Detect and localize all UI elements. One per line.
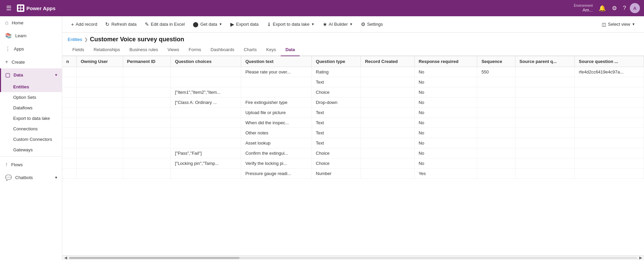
tab-dashboards[interactable]: Dashboards bbox=[206, 44, 239, 56]
sidebar-sub-item-label: Custom Connectors bbox=[13, 137, 52, 142]
tab-keys[interactable]: Keys bbox=[261, 44, 281, 56]
environment-value: Am... bbox=[582, 7, 593, 13]
col-question-text[interactable]: Question text bbox=[241, 56, 312, 67]
export-to-data-lake-button[interactable]: ⇓ Export to data lake ▼ bbox=[263, 19, 318, 29]
scroll-thumb[interactable] bbox=[69, 257, 239, 259]
chatbots-icon: 💬 bbox=[5, 174, 12, 181]
col-record-created[interactable]: Record Created bbox=[361, 56, 415, 67]
sidebar-item-flows[interactable]: ↑ Flows bbox=[0, 158, 62, 171]
horizontal-scrollbar[interactable]: ◀ ▶ bbox=[62, 255, 644, 260]
breadcrumb-current: Customer Voice survey question bbox=[90, 36, 184, 43]
table-row[interactable]: Please rate your over...RatingNo550rfe4d… bbox=[62, 67, 644, 77]
col-permanent-id[interactable]: Permanent ID bbox=[123, 56, 171, 67]
sidebar-item-data[interactable]: ▢ Data ▼ bbox=[0, 68, 62, 82]
export-data-button[interactable]: ▶ Export data bbox=[227, 19, 262, 29]
sidebar-sub-item-label: Gateways bbox=[13, 147, 33, 152]
table-cell bbox=[477, 118, 515, 128]
tab-views[interactable]: Views bbox=[163, 44, 184, 56]
tab-data[interactable]: Data bbox=[281, 44, 300, 56]
tab-charts[interactable]: Charts bbox=[239, 44, 261, 56]
tab-forms[interactable]: Forms bbox=[184, 44, 206, 56]
add-record-button[interactable]: + Add record bbox=[68, 19, 100, 29]
sidebar-item-apps[interactable]: ⋮ Apps bbox=[0, 42, 62, 56]
scroll-left-arrow[interactable]: ◀ bbox=[64, 256, 68, 260]
sidebar-item-gateways[interactable]: Gateways bbox=[0, 145, 62, 155]
table-row[interactable]: Upload file or pictureTextNo bbox=[62, 108, 644, 118]
col-source-question[interactable]: Source question ... bbox=[575, 56, 644, 67]
col-response-required[interactable]: Response required bbox=[414, 56, 477, 67]
sidebar-item-custom-connectors[interactable]: Custom Connectors bbox=[0, 134, 62, 145]
tab-business-rules[interactable]: Business rules bbox=[125, 44, 163, 56]
table-row[interactable]: ["Pass","Fail"]Confirm the extingui...Ch… bbox=[62, 148, 644, 158]
table-cell: rfe4d2cc6419e4c97a... bbox=[575, 67, 644, 77]
breadcrumb-parent-link[interactable]: Entities bbox=[68, 37, 82, 42]
table-cell bbox=[62, 169, 76, 179]
breadcrumb: Entities ❯ Customer Voice survey questio… bbox=[62, 32, 644, 44]
scroll-track[interactable] bbox=[69, 257, 637, 259]
edit-data-in-excel-button[interactable]: ✎ Edit data in Excel bbox=[141, 19, 188, 29]
sidebar-item-option-sets[interactable]: Option Sets bbox=[0, 92, 62, 103]
col-question-choices[interactable]: Question choices bbox=[171, 56, 241, 67]
sidebar-item-create[interactable]: + Create bbox=[0, 56, 62, 68]
table-row[interactable]: When did the inspec...TextNo bbox=[62, 118, 644, 128]
hamburger-icon[interactable]: ☰ bbox=[4, 3, 14, 13]
sidebar-sub-item-label: Export to data lake bbox=[13, 116, 50, 121]
table-cell: Choice bbox=[312, 148, 361, 158]
table-cell bbox=[171, 77, 241, 87]
table-cell bbox=[62, 148, 76, 158]
table-row[interactable]: ["Item1","Item2","Item...ChoiceNo bbox=[62, 87, 644, 98]
table-cell: Text bbox=[312, 108, 361, 118]
table-row[interactable]: Other notesTextNo bbox=[62, 128, 644, 138]
sidebar-item-dataflows[interactable]: Dataflows bbox=[0, 103, 62, 113]
tab-relationships[interactable]: Relationships bbox=[89, 44, 125, 56]
table-cell bbox=[62, 128, 76, 138]
table-cell bbox=[123, 108, 171, 118]
sidebar-item-connections[interactable]: Connections bbox=[0, 124, 62, 134]
sidebar-item-export-to-data-lake[interactable]: Export to data lake bbox=[0, 113, 62, 124]
settings-icon[interactable]: ⚙ bbox=[610, 3, 619, 14]
col-owning-user[interactable]: Owning User bbox=[76, 56, 123, 67]
table-row[interactable]: Asset lookupTextNo bbox=[62, 138, 644, 148]
col-sequence[interactable]: Sequence bbox=[477, 56, 515, 67]
table-cell bbox=[241, 77, 312, 87]
sidebar-item-entities[interactable]: Entities bbox=[0, 82, 62, 92]
table-cell: Text bbox=[312, 77, 361, 87]
create-icon: + bbox=[5, 59, 8, 65]
table-cell: Asset lookup bbox=[241, 138, 312, 148]
select-view-button[interactable]: ◫ Select view ▼ bbox=[598, 20, 639, 29]
sidebar-item-chatbots[interactable]: 💬 Chatbots ▼ bbox=[0, 171, 62, 184]
col-name[interactable]: n bbox=[62, 56, 76, 67]
avatar[interactable]: A bbox=[630, 3, 640, 13]
tab-fields[interactable]: Fields bbox=[68, 44, 89, 56]
scroll-right-arrow[interactable]: ▶ bbox=[639, 256, 643, 260]
table-header-row: n Owning User Permanent ID Question choi… bbox=[62, 56, 644, 67]
sidebar-item-learn[interactable]: 📚 Learn bbox=[0, 29, 62, 42]
table-cell bbox=[62, 87, 76, 98]
table-cell bbox=[171, 169, 241, 179]
table-cell: No bbox=[414, 138, 477, 148]
table-row[interactable]: Pressure gauge readi...NumberYes bbox=[62, 169, 644, 179]
chevron-down-icon: ▼ bbox=[54, 73, 58, 77]
sidebar-item-home[interactable]: ⌂ Home bbox=[0, 16, 62, 29]
table-cell bbox=[477, 138, 515, 148]
svg-rect-3 bbox=[21, 8, 23, 10]
table-row[interactable]: TextNo bbox=[62, 77, 644, 87]
get-data-button[interactable]: ⬤ Get data ▼ bbox=[189, 19, 226, 29]
table-row[interactable]: ["Class A: Ordinary ...Fire extinguisher… bbox=[62, 98, 644, 108]
col-question-type[interactable]: Question type bbox=[312, 56, 361, 67]
help-icon[interactable]: ? bbox=[621, 3, 628, 13]
table-cell: No bbox=[414, 67, 477, 77]
table-cell: ["Item1","Item2","Item... bbox=[171, 87, 241, 98]
table-cell bbox=[76, 118, 123, 128]
settings-button[interactable]: ⚙ Settings bbox=[358, 19, 386, 29]
table-icon: ◫ bbox=[602, 22, 606, 27]
refresh-icon: ↻ bbox=[105, 21, 110, 27]
sidebar-item-label: Chatbots bbox=[15, 175, 33, 180]
col-source-parent-q[interactable]: Source parent q... bbox=[515, 56, 574, 67]
table-cell bbox=[515, 67, 574, 77]
notifications-icon[interactable]: 🔔 bbox=[596, 3, 608, 14]
table-cell bbox=[575, 118, 644, 128]
table-row[interactable]: ["Locking pin","Tamp...Verify the lockin… bbox=[62, 158, 644, 169]
ai-builder-button[interactable]: ★ AI Builder ▼ bbox=[319, 19, 356, 29]
refresh-data-button[interactable]: ↻ Refresh data bbox=[102, 19, 140, 29]
